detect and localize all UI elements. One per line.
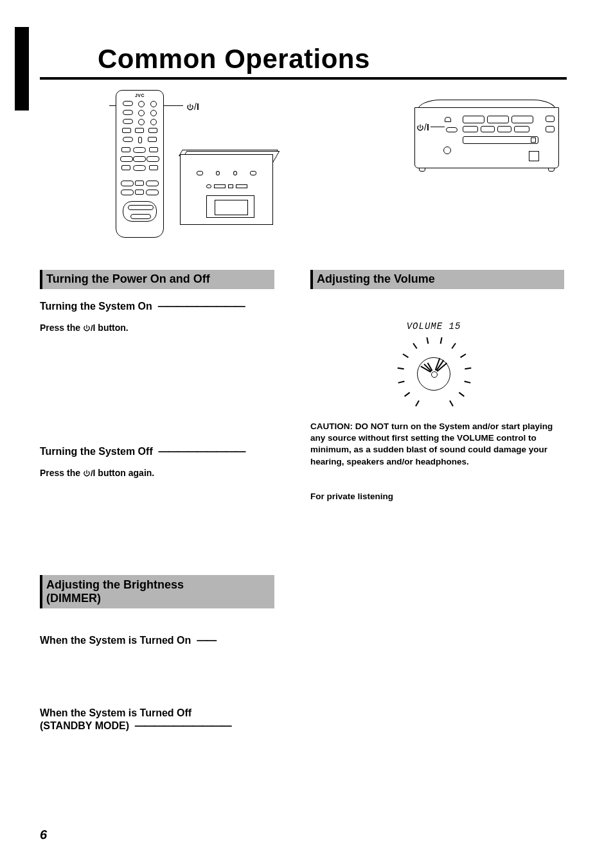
- subheading-dimmer-off: When the System is Turned Off (STANDBY M…: [40, 707, 231, 732]
- subwoofer-diagram: [177, 151, 276, 228]
- dimmer-on-text: When the System is Turned On: [40, 635, 191, 646]
- page-number: 6: [40, 828, 47, 842]
- subheading-system-on: Turning the System On —————————: [40, 301, 245, 312]
- dimmer-off-line1: When the System is Turned Off: [40, 707, 231, 720]
- section-heading-dimmer: Adjusting the Brightness (DIMMER): [40, 575, 274, 608]
- subheading-system-on-text: Turning the System On: [40, 301, 152, 312]
- dimmer-heading-line2: (DIMMER): [46, 592, 269, 605]
- page-title: Common Operations: [98, 44, 370, 75]
- instruction-press-power-off: Press the /I button again.: [40, 468, 154, 478]
- power-icon: [186, 103, 194, 111]
- side-tab: [15, 27, 29, 111]
- volume-display-text: VOLUME 15: [386, 321, 482, 332]
- power-icon-label-remote: /I: [186, 102, 199, 112]
- instruction-press-power-on: Press the /I button.: [40, 323, 129, 333]
- remote-brand: JVC: [116, 93, 163, 98]
- private-listening-label: For private listening: [310, 491, 393, 502]
- section-heading-volume: Adjusting the Volume: [310, 270, 564, 289]
- instr-post: button.: [95, 323, 128, 333]
- section-heading-power: Turning the Power On and Off: [40, 270, 274, 289]
- caution-text: CAUTION: DO NOT turn on the System and/o…: [310, 421, 564, 468]
- power-icon: [83, 470, 91, 477]
- dash-fill: —————————: [158, 301, 245, 312]
- instr-pre: Press the: [40, 323, 83, 333]
- dash-fill: —————————: [159, 446, 245, 457]
- subheading-system-off-text: Turning the System Off: [40, 446, 153, 457]
- subheading-system-off: Turning the System Off —————————: [40, 446, 245, 457]
- dimmer-off-line2: (STANDBY MODE): [40, 720, 129, 731]
- dash-fill: ——————————: [135, 720, 231, 731]
- title-rule: [40, 77, 567, 80]
- main-unit-diagram: [402, 100, 562, 177]
- dimmer-heading-line1: Adjusting the Brightness: [46, 578, 269, 592]
- dash-fill: ——: [197, 635, 216, 646]
- remote-diagram: JVC: [109, 90, 170, 238]
- volume-dial-illustration: VOLUME 15: [386, 321, 482, 412]
- instr-post: button again.: [95, 468, 154, 478]
- instr-pre: Press the: [40, 468, 83, 478]
- power-icon-label-unit: /I: [416, 122, 429, 132]
- power-icon: [416, 124, 424, 132]
- subheading-dimmer-on: When the System is Turned On ——: [40, 635, 216, 646]
- power-icon: [83, 324, 91, 332]
